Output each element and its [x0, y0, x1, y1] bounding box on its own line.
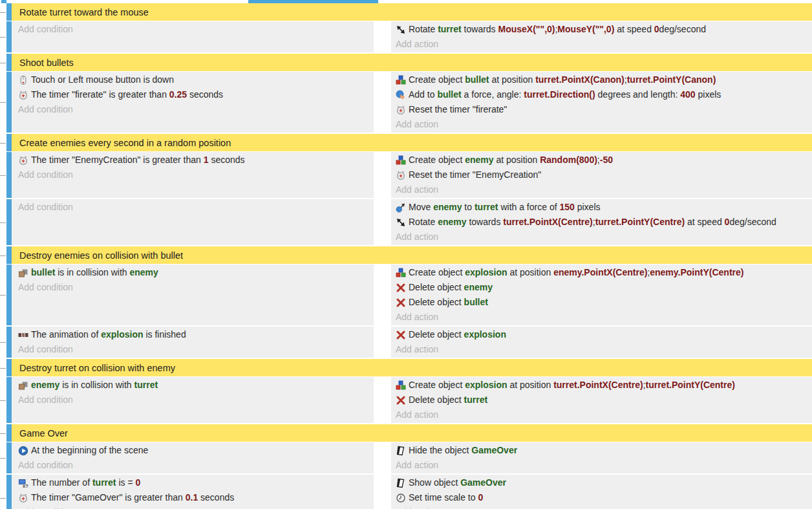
add-action-button[interactable]: Add action — [396, 117, 812, 132]
add-action-button[interactable]: Add action — [396, 505, 812, 509]
action-row[interactable]: Set time scale to 0 — [396, 490, 812, 505]
comment-event[interactable]: Shoot bullets — [12, 54, 812, 71]
selection-bar[interactable] — [6, 442, 12, 473]
actions-column[interactable]: Move enemy to turret with a force of 150… — [391, 199, 812, 245]
actions-column[interactable]: Show object GameOverSet time scale to 0A… — [391, 475, 812, 509]
text-segment: The timer "firerate" is greater than — [31, 89, 169, 100]
conditions-column[interactable]: The animation of explosion is finishedAd… — [12, 327, 374, 358]
condition-row[interactable]: The timer "firerate" is greater than 0.2… — [18, 87, 374, 102]
comment-event[interactable]: Destroy enemies on collision with bullet — [12, 246, 812, 264]
action-row[interactable]: Delete object turret — [396, 393, 812, 407]
add-condition-button[interactable]: Add condition — [18, 168, 374, 182]
event-gutter[interactable] — [0, 152, 6, 198]
conditions-column[interactable]: Touch or Left mouse button is downThe ti… — [12, 72, 374, 133]
event-gutter[interactable] — [0, 21, 6, 52]
selection-bar[interactable] — [6, 265, 12, 325]
selection-bar[interactable] — [6, 72, 12, 133]
condition-row[interactable]: bullet is in collision with enemy — [18, 265, 374, 280]
event-gutter[interactable] — [0, 442, 6, 473]
event-gutter[interactable] — [0, 327, 6, 358]
actions-column[interactable]: Create object explosion at position turr… — [391, 377, 812, 423]
conditions-column[interactable]: enemy is in collision with turretAdd con… — [12, 377, 374, 423]
action-row[interactable]: Create object enemy at position Random(8… — [396, 153, 812, 168]
action-row[interactable]: Create object explosion at position turr… — [396, 378, 812, 393]
event-gutter[interactable] — [0, 475, 6, 509]
condition-row[interactable]: The timer "EnemyCreation" is greater tha… — [18, 153, 374, 168]
selection-bar[interactable] — [6, 152, 12, 198]
action-row[interactable]: Delete object enemy — [396, 280, 812, 295]
selection-bar[interactable] — [6, 246, 12, 264]
add-action-button[interactable]: Add action — [396, 342, 812, 357]
selection-bar[interactable] — [6, 359, 12, 376]
condition-row[interactable]: The timer "GameOver" is greater than 0.1… — [18, 490, 374, 505]
event-gutter[interactable] — [0, 3, 6, 21]
action-row[interactable]: Reset the timer "firerate" — [396, 102, 812, 117]
add-condition-button[interactable]: Add condition — [18, 505, 374, 509]
selection-bar[interactable] — [6, 424, 12, 442]
condition-row[interactable]: At the beginning of the scene — [18, 443, 374, 458]
actions-column[interactable]: Create object bullet at position turret.… — [391, 72, 812, 133]
actions-column[interactable]: Delete object explosionAdd action — [391, 327, 812, 358]
condition-row[interactable]: enemy is in collision with turret — [18, 378, 374, 393]
selection-bar[interactable] — [6, 475, 12, 509]
event-gutter[interactable] — [0, 359, 6, 376]
add-condition-button[interactable]: Add condition — [18, 458, 374, 473]
action-row[interactable]: Delete object explosion — [396, 327, 812, 342]
conditions-column[interactable]: bullet is in collision with enemyAdd con… — [12, 265, 374, 325]
conditions-column[interactable]: Add condition — [12, 199, 374, 245]
comment-event[interactable]: Destroy turret on collision with enemy — [12, 359, 812, 376]
add-condition-button[interactable]: Add condition — [18, 22, 374, 37]
add-condition-button[interactable]: Add condition — [18, 280, 374, 295]
add-condition-button[interactable]: Add condition — [18, 342, 374, 357]
conditions-column[interactable]: x?The number of turret is = 0The timer "… — [12, 475, 374, 509]
actions-column[interactable]: Rotate turret towards MouseX("",0);Mouse… — [391, 21, 812, 52]
selection-bar[interactable] — [6, 327, 12, 358]
actions-column[interactable]: Create object enemy at position Random(8… — [391, 152, 812, 198]
condition-row[interactable]: The animation of explosion is finished — [18, 327, 374, 342]
add-condition-button[interactable]: Add condition — [18, 393, 374, 407]
add-condition-button[interactable]: Add condition — [18, 102, 374, 117]
expression-value: turret.PointX(Centre) — [553, 380, 643, 390]
add-action-button[interactable]: Add action — [396, 37, 812, 52]
selection-bar[interactable] — [6, 199, 12, 245]
comment-event[interactable]: Game Over — [12, 424, 812, 442]
action-row[interactable]: Hide the object GameOver — [396, 443, 812, 458]
action-row[interactable]: Reset the timer "EnemyCreation" — [396, 168, 812, 182]
add-action-button[interactable]: Add action — [396, 458, 812, 473]
selection-bar[interactable] — [6, 21, 12, 52]
action-row[interactable]: Rotate enemy towards turret.PointX(Centr… — [396, 215, 812, 230]
action-row[interactable]: Move enemy to turret with a force of 150… — [396, 200, 812, 215]
action-row[interactable]: Add to bullet a force, angle: turret.Dir… — [396, 87, 812, 102]
action-row[interactable]: Rotate turret towards MouseX("",0);Mouse… — [396, 22, 812, 37]
event-gutter[interactable] — [0, 54, 6, 71]
event-gutter[interactable] — [0, 265, 6, 325]
add-condition-button[interactable]: Add condition — [18, 200, 374, 215]
actions-column[interactable]: Hide the object GameOverAdd action — [391, 442, 812, 473]
action-row[interactable]: Delete object bullet — [396, 295, 812, 310]
event-gutter[interactable] — [0, 72, 6, 133]
add-action-button[interactable]: Add action — [396, 310, 812, 325]
event-gutter[interactable] — [0, 246, 6, 264]
action-row[interactable]: Create object explosion at position enem… — [396, 265, 812, 280]
action-row[interactable]: Create object bullet at position turret.… — [396, 72, 812, 87]
add-action-button[interactable]: Add action — [396, 182, 812, 197]
conditions-column[interactable]: The timer "EnemyCreation" is greater tha… — [12, 152, 374, 198]
event-gutter[interactable] — [0, 199, 6, 245]
add-action-button[interactable]: Add action — [396, 230, 812, 244]
comment-event[interactable]: Rotate turret toward the mouse — [12, 3, 812, 21]
event-gutter[interactable] — [0, 134, 6, 151]
selection-bar[interactable] — [6, 3, 12, 21]
comment-event[interactable]: Create enemies every second in a random … — [12, 134, 812, 151]
condition-row[interactable]: x?The number of turret is = 0 — [18, 475, 374, 490]
selection-bar[interactable] — [6, 54, 12, 71]
event-gutter[interactable] — [0, 377, 6, 423]
actions-column[interactable]: Create object explosion at position enem… — [391, 265, 812, 325]
event-gutter[interactable] — [0, 424, 6, 442]
conditions-column[interactable]: Add condition — [12, 21, 374, 52]
action-row[interactable]: Show object GameOver — [396, 475, 812, 490]
add-action-button[interactable]: Add action — [396, 407, 812, 422]
condition-row[interactable]: Touch or Left mouse button is down — [18, 72, 374, 87]
selection-bar[interactable] — [6, 134, 12, 151]
selection-bar[interactable] — [6, 377, 12, 423]
conditions-column[interactable]: At the beginning of the sceneAdd conditi… — [12, 442, 374, 473]
